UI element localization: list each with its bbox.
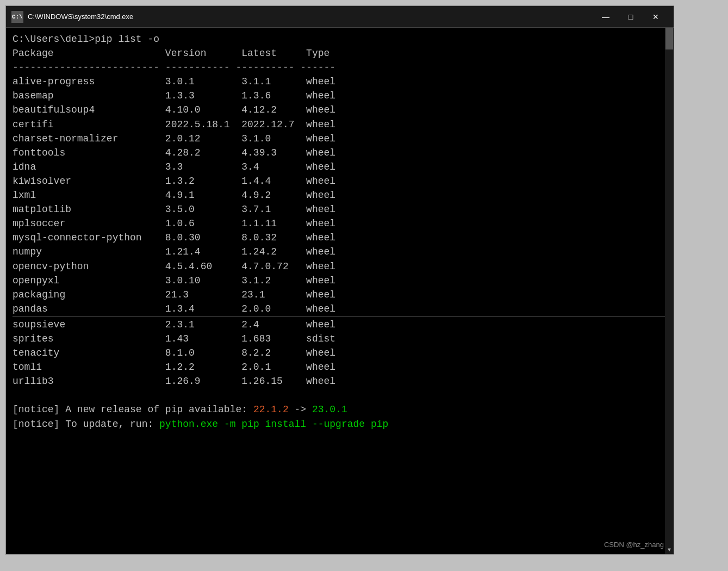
window-title: C:\WINDOWS\system32\cmd.exe <box>28 13 593 21</box>
cmd-icon: C:\ <box>11 11 23 23</box>
terminal-output: C:\Users\dell>pip list -o Package Versio… <box>13 32 667 431</box>
cmd-window: C:\ C:\WINDOWS\system32\cmd.exe — □ ✕ ▲ … <box>5 5 674 555</box>
scroll-down-arrow[interactable]: ▼ <box>665 545 674 554</box>
titlebar: C:\ C:\WINDOWS\system32\cmd.exe — □ ✕ <box>6 6 674 28</box>
watermark: CSDN @hz_zhang <box>604 541 664 549</box>
close-button[interactable]: ✕ <box>643 6 668 28</box>
maximize-button[interactable]: □ <box>618 6 643 28</box>
window-controls: — □ ✕ <box>593 6 668 28</box>
scrollbar-thumb[interactable] <box>665 28 673 49</box>
scrollbar[interactable]: ▲ ▼ <box>665 28 674 554</box>
minimize-button[interactable]: — <box>593 6 618 28</box>
terminal-content: ▲ ▼ C:\Users\dell>pip list -o Package Ve… <box>6 28 674 554</box>
